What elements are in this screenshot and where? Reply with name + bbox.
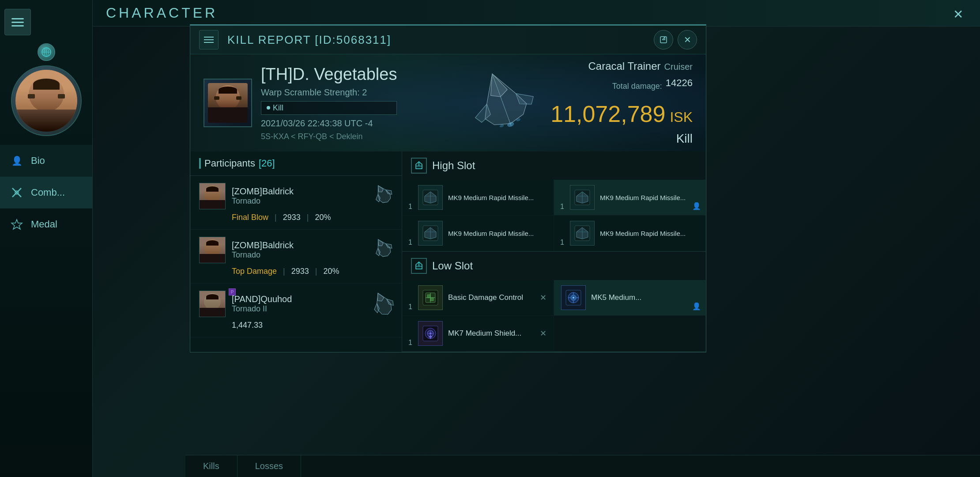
modal-header: KILL REPORT [ID:5068311] ✕: [190, 26, 706, 54]
final-blow-label: Final Blow: [232, 213, 268, 222]
sidebar-item-medal[interactable]: Medal: [0, 208, 92, 240]
kill-tag-dot: [267, 106, 270, 110]
slot-item[interactable]: 1 MK9 Medium Rapid Missile...: [402, 180, 554, 216]
list-item[interactable]: P [PAND]Quuhod Tornado II: [190, 284, 402, 337]
modal-title: KILL REPORT [ID:5068311]: [227, 33, 645, 47]
item-name: Basic Damage Control: [448, 293, 535, 302]
participant-avatar: P: [199, 291, 226, 317]
item-icon: [561, 285, 586, 310]
participant-avatar: [199, 183, 226, 209]
participant-ship-icon: [371, 182, 396, 207]
total-damage-label: Total damage:: [612, 82, 662, 91]
participant-top-row: P [PAND]Quuhod Tornado II: [199, 291, 393, 317]
slot-item[interactable]: 1 MK9 Medium Rapid Missile...: [402, 216, 554, 251]
kill-report-modal: KILL REPORT [ID:5068311] ✕: [190, 24, 706, 352]
pilot-warp-scramble: Warp Scramble Strength: 2: [261, 87, 397, 98]
pilot-avatar: [204, 79, 252, 127]
item-icon: [570, 185, 595, 210]
page-title: CHARACTER: [106, 5, 218, 21]
bottom-tabs: Kills Losses: [185, 455, 980, 477]
participant-pct: 20%: [323, 267, 339, 276]
bio-label: Bio: [31, 155, 45, 167]
ship-name: Caracal Trainer: [588, 60, 660, 72]
slot-item[interactable]: 1 MK9 Medium Rapid Missile... 👤: [554, 180, 706, 216]
pilot-face: [208, 83, 248, 123]
tab-losses[interactable]: Losses: [237, 455, 301, 477]
tab-kills[interactable]: Kills: [185, 455, 237, 477]
participants-title: Participants: [204, 158, 255, 169]
participant-ship: Tornado: [232, 250, 393, 260]
kill-result: Kill: [676, 132, 693, 146]
item-remove-button[interactable]: ✕: [540, 329, 547, 338]
participant-name: [ZOMB]Baldrick: [232, 186, 393, 197]
item-name: MK9 Medium Rapid Missile...: [448, 194, 547, 201]
window-close-button[interactable]: ✕: [949, 5, 967, 23]
participant-ship-icon: [371, 236, 396, 261]
participants-count: [26]: [259, 158, 275, 169]
kill-value-section: Caracal Trainer Cruiser Total damage: 14…: [565, 54, 706, 151]
ship-type: Cruiser: [664, 62, 693, 72]
slot-item[interactable]: 1 MK9 Medium Rapid Missile...: [554, 216, 706, 251]
sidebar: 👤 Bio Comb... Medal: [0, 0, 93, 477]
sidebar-item-bio[interactable]: 👤 Bio: [0, 145, 92, 177]
participant-pct: 20%: [315, 213, 331, 222]
modal-close-button[interactable]: ✕: [678, 30, 697, 49]
bio-icon: 👤: [9, 153, 25, 169]
low-slot-items: 1 Basic: [402, 280, 706, 352]
slot-item[interactable]: 1: [402, 316, 554, 352]
svg-marker-7: [11, 220, 22, 229]
sidebar-item-label-medal: Medal: [31, 219, 57, 230]
slot-item[interactable]: 1 Basic: [402, 280, 554, 316]
item-qty: 1: [408, 339, 412, 347]
low-slot-title: Low Slot: [432, 260, 473, 272]
kill-location: 5S-KXA < RFY-QB < Deklein: [261, 132, 397, 141]
pilot-details: [TH]D. Vegetables Warp Scramble Strength…: [261, 65, 397, 141]
item-remove-button[interactable]: ✕: [540, 293, 547, 303]
svg-rect-56: [427, 295, 430, 298]
item-icon: [570, 221, 595, 246]
fitting-panel: High Slot 1: [402, 151, 706, 352]
sidebar-menu-button[interactable]: [4, 9, 31, 35]
item-qty: 1: [560, 203, 564, 211]
item-avatar-indicator: 👤: [692, 202, 701, 211]
slot-item[interactable]: MK5 Medium... 👤: [554, 280, 706, 316]
participant-name: [PAND]Quuhod: [232, 294, 393, 304]
kill-tag-label: Kill: [273, 103, 283, 113]
list-item[interactable]: [ZOMB]Baldrick Tornado: [190, 230, 402, 284]
item-icon: [418, 185, 443, 210]
item-name: MK7 Medium Shield...: [448, 329, 535, 338]
participant-top-row: [ZOMB]Baldrick Tornado: [199, 183, 393, 209]
participant-face: [200, 291, 225, 317]
sidebar-item-label-combat: Comb...: [31, 187, 65, 198]
item-avatar-indicator: 👤: [692, 302, 701, 311]
participants-panel: Participants [26]: [190, 151, 402, 352]
participant-ship: Tornado II: [232, 304, 393, 314]
item-name: MK9 Medium Rapid Missile...: [600, 194, 698, 201]
item-qty: 1: [408, 203, 412, 211]
medal-icon: [9, 216, 25, 232]
participant-info: [PAND]Quuhod Tornado II: [232, 294, 393, 314]
participant-name: [ZOMB]Baldrick: [232, 240, 393, 250]
item-icon: [418, 285, 443, 310]
participant-damage: 2933: [291, 267, 309, 276]
high-slot-icon: [411, 158, 427, 174]
item-name: MK5 Medium...: [591, 293, 698, 302]
item-name: MK9 Medium Rapid Missile...: [448, 230, 547, 237]
item-icon: [418, 321, 443, 346]
participant-damage: 1,447.33: [232, 321, 263, 330]
participant-bottom-row: Final Blow | 2933 | 20%: [199, 213, 393, 222]
item-name: MK9 Medium Rapid Missile...: [600, 230, 698, 237]
participant-info: [ZOMB]Baldrick Tornado: [232, 186, 393, 206]
modal-export-button[interactable]: [654, 30, 673, 49]
list-item[interactable]: [ZOMB]Baldrick Tornado: [190, 176, 402, 230]
main-content: CHARACTER ✕ KILL REPORT [ID:5068311] ✕: [93, 0, 980, 477]
high-slot-items: 1 MK9 Medium Rapid Missile...: [402, 180, 706, 251]
top-damage-label: Top Damage: [232, 267, 277, 276]
modal-menu-button[interactable]: [199, 30, 219, 49]
high-slot-title: High Slot: [432, 159, 475, 172]
low-slot-section: Low Slot 1: [402, 252, 706, 352]
sidebar-item-combat[interactable]: Comb...: [0, 177, 92, 208]
slot-item[interactable]: [554, 316, 706, 352]
participant-ship-icon: [371, 290, 396, 319]
item-qty: 1: [408, 303, 412, 311]
